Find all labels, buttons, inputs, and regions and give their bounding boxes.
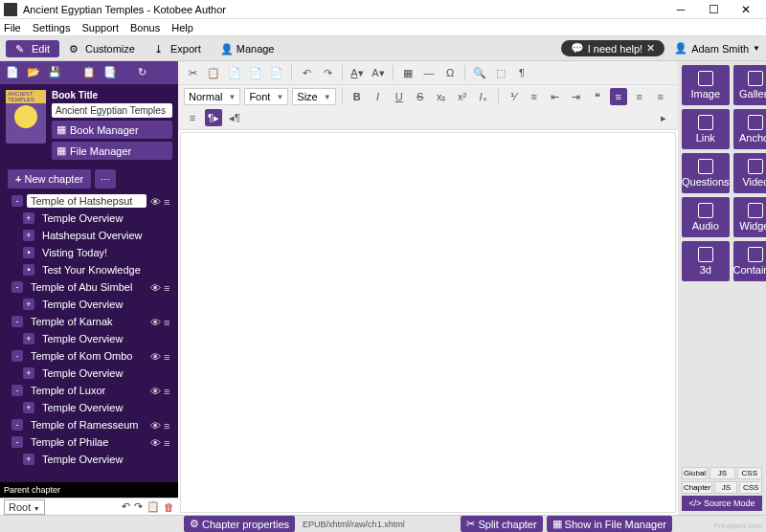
style-select[interactable]: Normal▼	[184, 88, 240, 105]
textcolor-icon[interactable]: A▾	[349, 64, 366, 81]
insert-questions-button[interactable]: Questions	[682, 153, 730, 193]
italic-button[interactable]: I	[370, 88, 387, 105]
showblocks-icon[interactable]: ¶	[513, 64, 530, 81]
table-icon[interactable]: ▦	[399, 64, 417, 81]
expand-icon[interactable]: +	[23, 402, 34, 413]
superscript-button[interactable]: x²	[454, 88, 471, 105]
specialchar-icon[interactable]: Ω	[441, 64, 459, 81]
file-check-icon[interactable]: 📋	[82, 66, 96, 79]
insert-image-button[interactable]: Image	[682, 65, 730, 105]
tree-node[interactable]: -Temple of Abu Simbel👁≡	[4, 278, 174, 296]
tree-node[interactable]: +Temple Overview	[4, 365, 174, 382]
insert-link-button[interactable]: Link	[682, 109, 730, 149]
aligncenter-button[interactable]: ≡	[631, 88, 648, 105]
tree-node[interactable]: +Hatshepsut Overview	[4, 227, 174, 244]
expand-icon[interactable]: -	[11, 436, 23, 448]
undo-icon[interactable]: ↶	[122, 500, 130, 513]
paste-icon[interactable]: 📄	[226, 64, 243, 81]
source-mode-button[interactable]: </> Source Mode	[682, 496, 762, 511]
content-editor[interactable]	[180, 132, 676, 513]
stack-icon[interactable]: ≡	[164, 196, 174, 207]
save-icon[interactable]: 💾	[48, 66, 61, 79]
stack-icon[interactable]: ≡	[164, 386, 174, 396]
css-tab-2[interactable]: CSS	[739, 481, 762, 494]
expand-icon[interactable]: -	[11, 281, 23, 293]
insert-3d-button[interactable]: 3d	[682, 241, 730, 281]
rtl-button[interactable]: ◂¶	[226, 109, 243, 126]
strike-button[interactable]: S	[412, 88, 429, 105]
ltr-button[interactable]: ¶▸	[205, 109, 222, 126]
undo-icon[interactable]: ↶	[298, 64, 315, 81]
alignleft-button[interactable]: ≡	[610, 88, 627, 105]
split-chapter-button[interactable]: ✂Split chapter	[461, 516, 542, 532]
tree-node[interactable]: +Temple Overview	[4, 399, 174, 416]
tree-node[interactable]: -Temple of Hatshepsut👁≡	[4, 192, 174, 210]
book-title-input[interactable]: Ancient Egyptian Temples	[52, 103, 172, 118]
expand-icon[interactable]: -	[11, 350, 23, 362]
help-button[interactable]: 💬I need help!✕	[561, 40, 665, 56]
open-folder-icon[interactable]: 📂	[27, 66, 40, 79]
menu-help[interactable]: Help	[171, 22, 193, 33]
indent-button[interactable]: ⇥	[568, 88, 585, 105]
refresh-icon[interactable]: ↻	[138, 66, 151, 79]
user-menu[interactable]: 👤Adam Smith▼	[674, 42, 760, 55]
stack-icon[interactable]: ≡	[164, 317, 174, 327]
tree-node[interactable]: -Temple of Ramesseum👁≡	[4, 416, 174, 433]
alignright-button[interactable]: ≡	[652, 88, 669, 105]
css-tab[interactable]: CSS	[737, 467, 762, 479]
bold-button[interactable]: B	[349, 88, 366, 105]
font-select[interactable]: Font▼	[244, 88, 288, 105]
tree-node[interactable]: +Temple Overview	[4, 296, 174, 313]
expand-icon[interactable]: +	[23, 333, 34, 344]
cut-icon[interactable]: ✂	[184, 64, 201, 81]
stack-icon[interactable]: ≡	[164, 437, 174, 448]
tree-node[interactable]: +Temple Overview	[4, 210, 174, 227]
close-button[interactable]: ✕	[730, 0, 762, 19]
tree-node[interactable]: •Visting Today!	[4, 244, 174, 261]
more-button[interactable]: ▸	[655, 109, 672, 126]
removeformat-button[interactable]: Iₓ	[475, 88, 492, 105]
mode-export-button[interactable]: ⤓Export	[145, 40, 211, 57]
bgcolor-icon[interactable]: A▾	[370, 64, 387, 81]
delete-chapter-icon[interactable]: 🗑	[164, 501, 174, 513]
chapter-tab[interactable]: Chapter	[682, 481, 712, 494]
insert-widget-button[interactable]: Widget	[733, 197, 766, 237]
insert-container-button[interactable]: Container	[733, 241, 766, 281]
new-chapter-button[interactable]: +New chapter	[8, 169, 91, 188]
tree-node[interactable]: •Test Your Knowledge	[4, 261, 174, 278]
js-tab[interactable]: JS	[710, 467, 734, 479]
expand-icon[interactable]: +	[23, 299, 34, 310]
numberlist-button[interactable]: ⅟	[505, 88, 522, 105]
tree-node[interactable]: -Temple of Philae👁≡	[4, 433, 174, 451]
blockquote-button[interactable]: ❝	[589, 88, 606, 105]
size-select[interactable]: Size▼	[292, 88, 335, 105]
expand-icon[interactable]: •	[23, 264, 34, 276]
menu-support[interactable]: Support	[81, 22, 119, 33]
eye-icon[interactable]: 👁	[150, 351, 161, 362]
chapter-properties-button[interactable]: ⚙Chapter properties	[184, 516, 295, 532]
global-tab[interactable]: Global	[682, 467, 708, 479]
expand-icon[interactable]: •	[23, 247, 34, 258]
alignjustify-button[interactable]: ≡	[184, 109, 201, 126]
redo-icon[interactable]: ↷	[134, 500, 143, 513]
mode-manage-button[interactable]: 👤Manage	[211, 40, 284, 57]
book-cover[interactable]: ANCIENT TEMPLES	[6, 90, 46, 144]
outdent-button[interactable]: ⇤	[547, 88, 564, 105]
tree-node[interactable]: -Temple of Kom Ombo👁≡	[4, 347, 174, 365]
tree-node[interactable]: -Temple of Luxor👁≡	[4, 382, 174, 399]
new-file-icon[interactable]: 📄	[6, 66, 19, 79]
eye-icon[interactable]: 👁	[150, 317, 161, 327]
stack-icon[interactable]: ≡	[164, 351, 174, 362]
insert-gallery-button[interactable]: Gallery	[733, 65, 766, 105]
expand-icon[interactable]: +	[23, 454, 34, 465]
maximize-button[interactable]: ☐	[697, 0, 730, 19]
menu-file[interactable]: File	[4, 22, 21, 33]
selectall-icon[interactable]: ⬚	[492, 64, 509, 81]
redo-icon[interactable]: ↷	[319, 64, 336, 81]
copy-icon[interactable]: 📋	[205, 64, 222, 81]
menu-bonus[interactable]: Bonus	[130, 22, 160, 33]
expand-icon[interactable]: -	[11, 316, 23, 327]
hr-icon[interactable]: —	[420, 64, 438, 81]
show-filemanager-button[interactable]: ▦Show in File Manager	[547, 516, 672, 532]
paste-text-icon[interactable]: 📄	[247, 64, 264, 81]
